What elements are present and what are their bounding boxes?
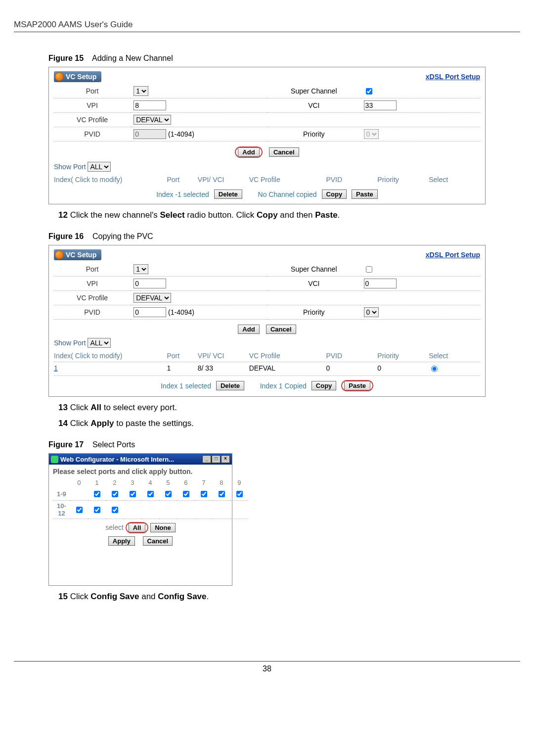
paste-button[interactable]: Paste <box>352 189 378 199</box>
figure15-label: Figure 15 Adding a New Channel <box>48 54 486 63</box>
port-8-checkbox[interactable] <box>219 491 225 497</box>
vpi-input[interactable] <box>134 100 166 110</box>
badge-dot-icon-2 <box>55 250 64 259</box>
step-12: 12 Click the new channel's Select radio … <box>58 210 486 220</box>
super-channel-checkbox-2[interactable] <box>366 266 372 273</box>
pvid-label-2: PVID <box>54 305 131 320</box>
s14a: Click <box>68 419 90 428</box>
pvid-input <box>134 129 166 139</box>
step-15: 15 Click Config Save and Config Save. <box>58 592 486 602</box>
vci-input-2[interactable] <box>364 279 397 288</box>
s13n: 13 <box>58 403 68 412</box>
xdsl-port-setup-link[interactable]: xDSL Port Setup <box>426 73 480 81</box>
table-row: 1 1 8/ 33 DEFVAL 0 0 <box>54 362 480 376</box>
cancel-button[interactable]: Cancel <box>269 147 299 157</box>
all-button[interactable]: All <box>129 523 146 532</box>
row2-label: 10-12 <box>53 501 70 519</box>
port-grid: 0 1 2 3 4 5 6 7 8 9 1-9 <box>53 477 248 519</box>
none-button[interactable]: None <box>150 523 176 532</box>
port-4-checkbox[interactable] <box>147 491 154 497</box>
vpi-label-2: VPI <box>54 277 131 291</box>
vpi-input-2[interactable] <box>134 279 166 288</box>
show-port-row: Show Port ALL <box>54 162 480 174</box>
show-port-select-2[interactable]: ALL <box>88 338 111 348</box>
s14n: 14 <box>58 419 68 428</box>
row1-label: 1-9 <box>53 488 70 501</box>
add-button[interactable]: Add <box>238 147 259 157</box>
port-2-checkbox[interactable] <box>112 491 118 497</box>
vci-input[interactable] <box>364 100 397 110</box>
paste-button-2[interactable]: Paste <box>344 381 370 390</box>
h-pvid-2: PVID <box>326 352 377 360</box>
col-4: 4 <box>141 477 159 488</box>
index-selected: Index -1 selected <box>156 190 209 198</box>
col-8: 8 <box>213 477 230 488</box>
s15b1: Config Save <box>90 592 139 601</box>
col-3: 3 <box>124 477 141 488</box>
maximize-icon[interactable]: □ <box>212 455 221 463</box>
port-select-2[interactable]: 1 <box>134 264 148 274</box>
apply-button[interactable]: Apply <box>108 536 135 546</box>
vcprofile-select[interactable]: DEFVAL <box>134 115 171 125</box>
priority-select: 0 <box>364 129 379 139</box>
add-button-2[interactable]: Add <box>238 325 259 334</box>
copy-button[interactable]: Copy <box>322 189 347 199</box>
super-channel-checkbox[interactable] <box>366 88 372 94</box>
port-select[interactable]: 1 <box>134 86 148 96</box>
figure15-bold: Figure 15 <box>48 54 84 62</box>
index-selected-2: Index 1 selected <box>161 382 211 390</box>
h-index-2: Index( Click to modify) <box>54 352 167 360</box>
copy-button-2[interactable]: Copy <box>312 381 337 390</box>
h-priority: Priority <box>377 176 429 184</box>
row-vcprofile: DEFVAL <box>249 364 326 374</box>
data-header-1: Index( Click to modify) Port VPI/ VCI VC… <box>54 174 480 186</box>
port-3-checkbox[interactable] <box>130 491 136 497</box>
port-6-checkbox[interactable] <box>183 491 189 497</box>
s15b2: Config Save <box>158 592 206 601</box>
pvid-range-2: (1-4094) <box>168 308 194 316</box>
xdsl-port-setup-link-2[interactable]: xDSL Port Setup <box>426 251 480 259</box>
figure16-caption: Copying the PVC <box>92 232 153 240</box>
vc-form-table-1: Port 1 Super Channel VPI VCI VC Profile … <box>54 84 480 142</box>
figure17-bold: Figure 17 <box>48 440 84 449</box>
h-port: Port <box>167 176 197 184</box>
s12a: Click the new channel's <box>68 210 160 220</box>
vpi-label: VPI <box>54 98 131 113</box>
no-channel-copied: No Channel copied <box>258 190 317 198</box>
row-vpivci: 8/ 33 <box>198 364 249 374</box>
row-port: 1 <box>167 364 197 374</box>
port-1-checkbox[interactable] <box>94 491 100 497</box>
h-pvid: PVID <box>326 176 377 184</box>
h-vpivci-2: VPI/ VCI <box>198 352 249 360</box>
show-port-label: Show Port <box>54 163 86 171</box>
s13a: Click <box>68 403 90 412</box>
s12b1: Select <box>160 210 184 220</box>
vc-form-table-2: Port 1 Super Channel VPI VCI VC Profile … <box>54 262 480 320</box>
vcprofile-select-2[interactable]: DEFVAL <box>134 293 171 303</box>
row-select-radio[interactable] <box>431 366 438 372</box>
port-7-checkbox[interactable] <box>201 491 207 497</box>
port-label-2: Port <box>54 262 131 277</box>
minimize-icon[interactable]: _ <box>202 455 211 463</box>
close-icon[interactable]: × <box>221 455 230 463</box>
vcprofile-label-2: VC Profile <box>54 291 131 305</box>
port-11-checkbox[interactable] <box>94 507 100 513</box>
port-10-checkbox[interactable] <box>76 507 83 513</box>
cancel-popup-button[interactable]: Cancel <box>143 536 173 546</box>
cancel-button-2[interactable]: Cancel <box>266 325 296 334</box>
port-5-checkbox[interactable] <box>165 491 172 497</box>
pvid-input-2[interactable] <box>134 307 166 317</box>
delete-button[interactable]: Delete <box>214 189 242 199</box>
port-12-checkbox[interactable] <box>112 507 118 513</box>
priority-select-2[interactable]: 0 <box>364 307 379 317</box>
port-9-checkbox[interactable] <box>236 491 243 497</box>
show-port-select[interactable]: ALL <box>88 162 111 172</box>
paste-circle: Paste <box>341 380 373 391</box>
step-14: 14 Click Apply to paste the settings. <box>58 419 486 428</box>
figure17-label: Figure 17 Select Ports <box>48 440 486 449</box>
h-vpivci: VPI/ VCI <box>198 176 249 184</box>
delete-button-2[interactable]: Delete <box>216 381 244 390</box>
vci-label: VCI <box>267 98 361 113</box>
vc-setup-title: VC Setup <box>54 71 101 82</box>
row-index-link[interactable]: 1 <box>54 364 58 372</box>
